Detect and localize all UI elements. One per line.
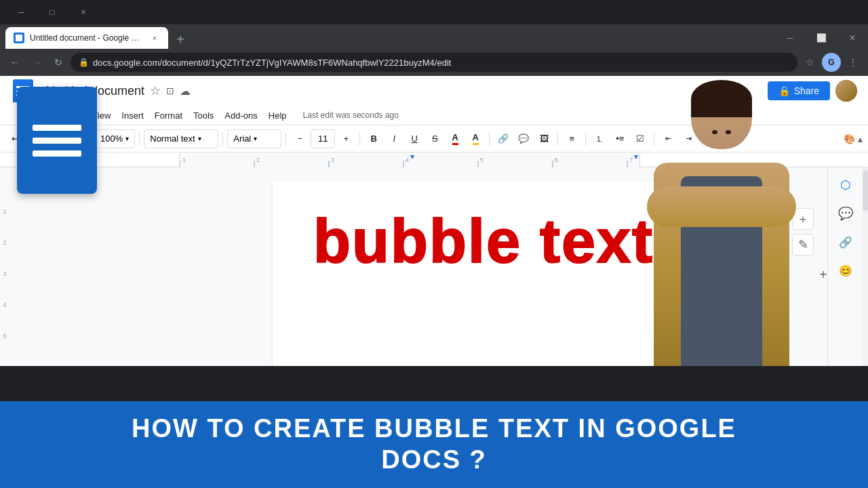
win-close-btn[interactable]: ✕ [837,27,868,49]
indent-less-btn[interactable]: ⇤ [658,129,677,148]
comment-btn[interactable]: 💬 [514,129,533,148]
explore-icon[interactable]: ⬡ [833,173,858,197]
star-icon[interactable]: ☆ [150,83,161,98]
left-margin: 1 2 3 4 5 [0,167,9,366]
highlight-btn[interactable]: A [466,129,485,148]
zoom-chevron: ▾ [125,135,129,142]
zoom-value: 100% [100,134,123,144]
menu-file[interactable]: File [35,108,60,123]
docs-title[interactable]: Untitled document [46,84,144,98]
toolbar-sep-5 [359,132,360,146]
svg-marker-14 [410,155,414,159]
user-avatar[interactable] [835,80,857,102]
chevron-up-icon: ▴ [858,134,863,144]
zoom-select[interactable]: 100% ▾ [94,129,135,148]
font-size-increase[interactable]: + [336,129,355,148]
edit-page-icon[interactable]: ✎ [792,234,814,256]
window-minimize[interactable]: ─ [5,1,37,23]
text-color-btn[interactable]: A [446,129,465,148]
bookmark-btn[interactable]: ☆ [800,53,819,72]
scrollbar-thumb[interactable] [863,170,868,211]
new-tab-btn[interactable]: + [171,30,190,49]
font-size-decrease[interactable]: − [290,129,309,148]
win-maximize-btn[interactable]: ⬜ [806,27,837,49]
clear-format-btn[interactable]: T✕ [707,129,726,148]
svg-text:2: 2 [256,157,260,163]
image-btn[interactable]: 🖼 [534,129,553,148]
docs-menu-row: File Edit View Insert Format Tools Add-o… [0,106,868,125]
page-spacer [9,167,179,366]
reload-btn[interactable]: ↻ [49,53,68,72]
window-controls: ─ ⬜ ✕ [774,27,868,49]
docs-topbar: Untitled document ☆ ⊡ ☁ 🔒 Share File Edi… [0,76,868,152]
link-btn[interactable]: 🔗 [494,129,513,148]
tab-title: Untitled document - Google Do... [30,33,144,43]
menu-tools[interactable]: Tools [188,108,219,123]
toolbar-sep-4 [285,132,286,146]
style-chevron: ▾ [198,135,201,142]
print-btn[interactable]: 🖨 [46,129,65,148]
links-panel-icon[interactable]: 🔗 [833,230,858,254]
comments-panel-icon[interactable]: 💬 [833,201,858,226]
numbered-list-btn[interactable]: 1. [590,129,609,148]
style-select[interactable]: Normal text ▾ [144,129,218,148]
margin-num-5: 5 [3,333,6,340]
url-bar[interactable]: 🔒 docs.google.com/document/d/1yQZTrTzYZT… [71,53,797,72]
plus-icon-right[interactable]: + [819,267,827,283]
font-size-input[interactable]: 11 [311,129,335,148]
font-select[interactable]: Arial ▾ [227,129,281,148]
lock-icon: 🔒 [79,58,89,67]
font-size-value: 11 [318,134,328,144]
menu-insert[interactable]: Insert [116,108,149,123]
share-btn[interactable]: 🔒 Share [768,81,830,100]
forward-btn[interactable]: → [27,53,46,72]
redo-btn[interactable]: ↪ [26,129,45,148]
add-page-icon[interactable]: ＋ [792,208,814,230]
bubble-text[interactable]: bubble text [313,208,693,275]
toolbar-sep-3 [222,132,223,146]
url-text: docs.google.com/document/d/1yQZTrTzYZTjV… [93,58,789,68]
menu-addons[interactable]: Add-ons [219,108,262,123]
window-maximize[interactable]: □ [37,1,68,23]
docs-title-row: Untitled document ☆ ⊡ ☁ 🔒 Share [0,76,868,106]
document-page[interactable]: bubble text [273,181,734,366]
banner-line-2: DOCS ? [381,445,487,475]
indent-more-btn[interactable]: ⇥ [679,129,698,148]
font-chevron: ▾ [254,135,257,142]
docs-logo [11,77,35,104]
spellcheck-btn[interactable]: ✓A [66,129,85,148]
window-close[interactable]: × [68,1,99,23]
style-value: Normal text [150,134,195,144]
active-tab[interactable]: Untitled document - Google Do... × [5,27,168,49]
align-btn[interactable]: ≡ [562,129,581,148]
menu-view[interactable]: View [86,108,116,123]
toolbar-collapse-btn[interactable]: 🎨 ▴ [844,134,863,144]
undo-btn[interactable]: ↩ [5,129,24,148]
doc-scroll-area[interactable]: 1 2 3 4 5 bubble text ＋ ✎ [0,167,868,366]
strikethrough-btn[interactable]: S [425,129,444,148]
menu-format[interactable]: Format [149,108,188,123]
bold-btn[interactable]: B [364,129,383,148]
toolbar-sep-10 [702,132,703,146]
italic-btn[interactable]: I [384,129,403,148]
margin-num-2: 2 [3,239,6,246]
bottom-banner: HOW TO CREATE BUBBLE TEXT IN GOOGLE DOCS… [0,401,868,488]
more-btn[interactable]: ⋮ [844,53,863,72]
menu-help[interactable]: Help [263,108,292,123]
checklist-btn[interactable]: ☑ [631,129,650,148]
profile-btn[interactable]: G [822,53,841,72]
bullet-list-btn[interactable]: •≡ [610,129,629,148]
win-minimize-btn[interactable]: ─ [774,27,806,49]
underline-btn[interactable]: U [405,129,424,148]
svg-text:7: 7 [629,157,633,163]
tab-favicon [14,33,24,43]
move-icon[interactable]: ⊡ [166,85,174,96]
back-btn[interactable]: ← [5,53,24,72]
vertical-scrollbar[interactable] [863,167,868,366]
cloud-icon[interactable]: ☁ [180,85,191,98]
menu-edit[interactable]: Edit [60,108,86,123]
emoji-panel-icon[interactable]: 😊 [833,258,858,283]
page-wrapper: bubble text [179,167,827,366]
ruler: 1 2 3 4 5 6 7 [0,152,868,167]
tab-close-btn[interactable]: × [149,33,160,43]
